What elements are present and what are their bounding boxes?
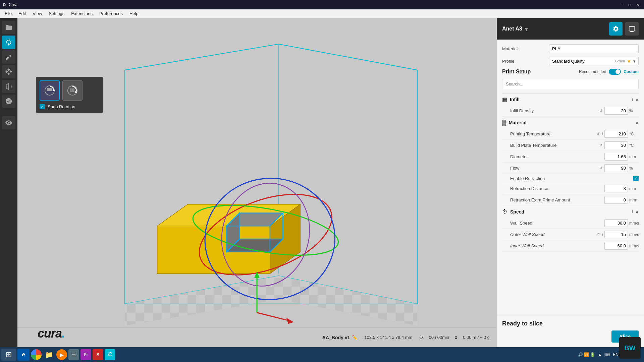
viewport[interactable]: ✓ Snap Rotation AA_Body v1 ✏️ 103.5 x 14… xyxy=(17,18,496,347)
svg-rect-38 xyxy=(47,88,52,91)
menu-help[interactable]: Help xyxy=(126,10,142,17)
material-select[interactable]: PLA ABS PETG TPU xyxy=(549,44,639,53)
printing-temp-label: Printing Temperature xyxy=(510,131,596,136)
infill-expand-icon[interactable]: ∧ xyxy=(635,97,639,102)
flow-unit: % xyxy=(629,166,639,171)
close-button[interactable]: ✕ xyxy=(634,1,641,8)
mirror-tool-button[interactable] xyxy=(2,80,15,93)
speed-expand-icon[interactable]: ∧ xyxy=(635,209,639,215)
infill-title-row: ▦ Infill xyxy=(502,96,520,103)
inner-wall-speed-controls: mm/s xyxy=(604,242,639,250)
diameter-label: Diameter xyxy=(510,154,604,159)
menu-extensions[interactable]: Extensions xyxy=(68,10,96,17)
menu-preferences[interactable]: Preferences xyxy=(96,10,126,17)
taskbar-hide-icon[interactable]: ▲ xyxy=(598,352,602,357)
rotate-tool-button[interactable] xyxy=(2,36,15,49)
ready-to-slice-title: Ready to slice xyxy=(502,320,639,327)
infill-density-reset[interactable]: ↺ xyxy=(599,108,603,114)
inner-wall-speed-input[interactable] xyxy=(604,242,628,250)
print-setup-header: Print Setup Recommended Custom xyxy=(502,69,639,75)
printer-dropdown-icon: ▾ xyxy=(525,26,528,32)
printing-temp-controls: ↺ ℹ °C xyxy=(596,130,639,138)
profile-star: ★ xyxy=(627,58,631,64)
taskbar-ie[interactable]: e xyxy=(17,349,30,361)
printer-settings-button[interactable] xyxy=(609,22,623,36)
main-area: ✓ Snap Rotation AA_Body v1 ✏️ 103.5 x 14… xyxy=(0,18,644,347)
infill-density-row: Infill Density ↺ % xyxy=(502,105,639,117)
infill-density-input[interactable] xyxy=(604,107,628,115)
build-plate-temp-input[interactable] xyxy=(604,141,628,149)
printing-temp-unit: °C xyxy=(629,132,639,136)
material-expand-icon[interactable]: ∧ xyxy=(635,120,639,125)
material-section-header[interactable]: ▓ Material ∧ xyxy=(502,117,639,128)
taskbar-vlc[interactable]: ▶ xyxy=(56,349,67,360)
app-title: Cura xyxy=(9,2,17,7)
outer-wall-speed-reset[interactable]: ↺ xyxy=(596,232,600,237)
infill-section-header[interactable]: ▦ Infill ℹ ∧ xyxy=(502,93,639,105)
free-rotation-button[interactable] xyxy=(40,80,60,101)
printing-temp-row: Printing Temperature ↺ ℹ °C xyxy=(502,128,639,140)
taskbar-app5[interactable]: ☰ xyxy=(68,349,79,360)
edit-model-icon[interactable]: ✏️ xyxy=(352,335,358,340)
printing-temp-reset[interactable]: ↺ xyxy=(596,131,600,137)
taskbar-cura[interactable]: C xyxy=(105,349,115,360)
retraction-extra-controls: mm³ xyxy=(604,196,639,204)
printer-monitor-button[interactable] xyxy=(625,22,639,36)
move-tool-button[interactable] xyxy=(2,65,15,78)
material-row: Material: PLA ABS PETG TPU xyxy=(502,44,639,53)
printer-name: Anet A8 xyxy=(502,26,522,32)
custom-link[interactable]: Custom xyxy=(624,69,639,74)
flow-row: Flow ↺ % xyxy=(502,163,639,174)
flow-reset[interactable]: ↺ xyxy=(599,165,603,171)
infill-info-icon[interactable]: ℹ xyxy=(632,97,633,102)
titlebar: ⧉ Cura ─ □ ✕ xyxy=(0,0,644,9)
inner-wall-speed-row: Inner Wall Speed mm/s xyxy=(502,240,639,252)
retraction-distance-input[interactable] xyxy=(604,185,628,192)
flow-input[interactable] xyxy=(604,164,628,172)
support-tool-button[interactable] xyxy=(2,95,15,108)
flow-controls: ↺ % xyxy=(599,164,639,172)
outer-wall-speed-info[interactable]: ℹ xyxy=(602,232,603,237)
retraction-extra-input[interactable] xyxy=(604,196,628,204)
left-toolbar xyxy=(0,18,17,347)
menu-settings[interactable]: Settings xyxy=(45,10,68,17)
wall-speed-row: Wall Speed mm/s xyxy=(502,218,639,229)
start-button[interactable]: ⊞ xyxy=(1,349,16,361)
snap-rotation-checkbox[interactable]: ✓ xyxy=(40,104,45,109)
scale-tool-button[interactable] xyxy=(2,50,15,64)
taskbar-explorer[interactable]: 📁 xyxy=(43,349,55,361)
wall-speed-input[interactable] xyxy=(604,219,628,227)
taskbar-premiere[interactable]: Pr xyxy=(80,349,91,360)
printing-temp-input[interactable] xyxy=(604,130,628,138)
printing-temp-info[interactable]: ℹ xyxy=(602,132,603,136)
outer-wall-speed-row: Outer Wall Speed ↺ ℹ mm/s xyxy=(502,229,639,240)
material-icon: ⧗ xyxy=(454,335,458,340)
taskbar-chrome[interactable] xyxy=(31,349,42,360)
enable-retraction-checkbox[interactable]: ✓ xyxy=(633,176,639,181)
search-input[interactable] xyxy=(502,79,639,89)
build-plate-temp-reset[interactable]: ↺ xyxy=(599,142,603,148)
outer-wall-speed-label: Outer Wall Speed xyxy=(510,232,596,237)
speed-info-icon[interactable]: ℹ xyxy=(632,209,633,214)
view-mode-button[interactable] xyxy=(2,116,15,129)
speed-section-header[interactable]: ⏱ Speed ℹ ∧ xyxy=(502,206,639,218)
minimize-button[interactable]: ─ xyxy=(618,1,625,8)
recommended-toggle-switch[interactable] xyxy=(609,69,621,75)
taskbar-solidworks[interactable]: S xyxy=(93,349,103,360)
menu-view[interactable]: View xyxy=(29,10,45,17)
infill-density-label: Infill Density xyxy=(510,108,599,113)
material-section-title: Material xyxy=(509,120,527,125)
open-file-button[interactable] xyxy=(2,21,15,34)
profile-dropdown-icon[interactable]: ▾ xyxy=(633,59,636,64)
maximize-button[interactable]: □ xyxy=(626,1,633,8)
printer-selector[interactable]: Anet A8 ▾ xyxy=(502,26,528,32)
print-info: ⏱ 00h 00min ⧗ 0.00 m / ~ 0 g xyxy=(419,335,490,340)
snap-rotation-button[interactable] xyxy=(62,80,83,101)
print-time: 00h 00min xyxy=(429,335,449,340)
diameter-input[interactable] xyxy=(604,153,628,161)
menu-file[interactable]: File xyxy=(1,10,15,17)
retraction-distance-label: Retraction Distance xyxy=(510,186,604,191)
outer-wall-speed-input[interactable] xyxy=(604,231,628,238)
svg-rect-41 xyxy=(70,88,74,92)
menu-edit[interactable]: Edit xyxy=(15,10,29,17)
